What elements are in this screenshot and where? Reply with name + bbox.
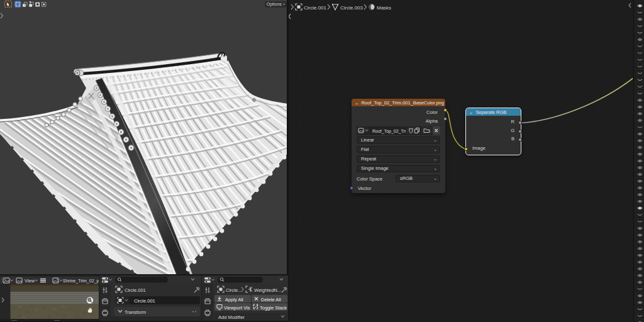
- svg-text:Apply All: Apply All: [225, 297, 243, 303]
- svg-text:Roof_Top_02_Tri...: Roof_Top_02_Tri...: [372, 129, 409, 134]
- svg-text:Circle.001: Circle.001: [125, 287, 146, 293]
- svg-text:Circle...: Circle...: [226, 287, 242, 293]
- svg-text:Viewport Vis: Viewport Vis: [224, 305, 250, 311]
- svg-text:Toggle Stack: Toggle Stack: [260, 305, 287, 311]
- svg-text:WeightedN...: WeightedN...: [254, 287, 281, 293]
- svg-text:Delete All: Delete All: [261, 297, 281, 303]
- svg-text:Shrine_Trim_02_pla: Shrine_Trim_02_pla: [63, 279, 99, 284]
- svg-text:View: View: [25, 278, 35, 284]
- svg-text:Circle.001: Circle.001: [134, 298, 155, 304]
- svg-text:Add Modifier: Add Modifier: [218, 314, 245, 320]
- svg-text:Transform: Transform: [125, 309, 146, 315]
